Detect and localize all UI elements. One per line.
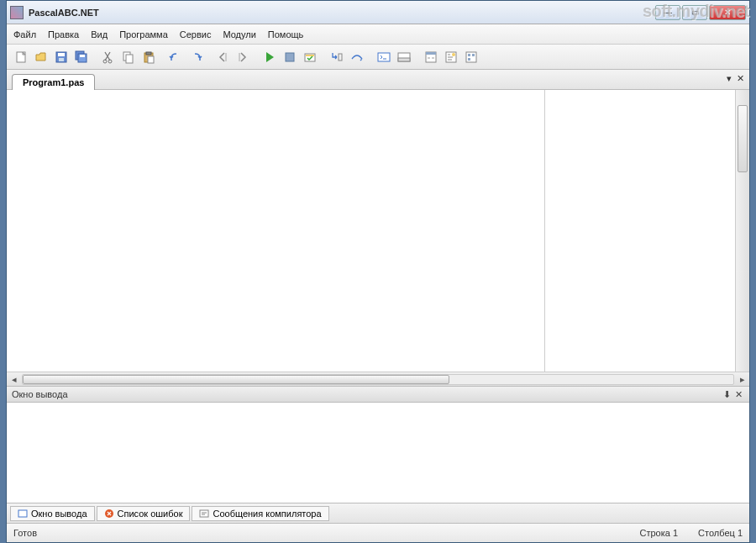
menu-view[interactable]: Вид: [91, 29, 108, 40]
close-output-icon[interactable]: ✕: [732, 389, 744, 400]
menu-file[interactable]: Файл: [13, 29, 36, 40]
minimize-button[interactable]: —: [655, 5, 680, 20]
svg-rect-31: [472, 54, 475, 56]
undo-button[interactable]: [166, 48, 185, 66]
status-line: Строка 1: [639, 528, 678, 538]
window-title: PascalABC.NET: [29, 8, 654, 18]
output-tab-icon: [18, 509, 28, 519]
object-browser-button[interactable]: [462, 48, 480, 66]
svg-rect-22: [398, 58, 410, 61]
bottom-tab-errors[interactable]: Список ошибок: [97, 506, 191, 521]
editor-vertical-scrollbar[interactable]: [735, 90, 749, 372]
hscroll-left-arrow[interactable]: ◂: [7, 373, 21, 386]
svg-rect-26: [432, 57, 434, 59]
errors-tab-icon: [104, 509, 114, 519]
svg-rect-35: [200, 510, 208, 517]
menu-service[interactable]: Сервис: [180, 29, 212, 40]
svg-rect-20: [378, 53, 390, 61]
svg-rect-2: [58, 53, 65, 56]
stop-button[interactable]: [281, 48, 299, 66]
app-window: PascalABC.NET — ▭ ✕ Файл Правка Вид Прог…: [6, 0, 750, 543]
save-button[interactable]: [52, 48, 71, 66]
svg-rect-10: [126, 55, 133, 63]
bottom-tab-output[interactable]: Окно вывода: [10, 506, 95, 521]
redo-button[interactable]: [186, 48, 205, 66]
form-designer-button[interactable]: [422, 48, 440, 66]
svg-rect-25: [428, 57, 430, 59]
nav-forward-button[interactable]: [234, 48, 252, 66]
menu-help[interactable]: Помощь: [268, 29, 304, 40]
vscroll-thumb[interactable]: [738, 105, 748, 172]
editor-tab-current[interactable]: Program1.pas: [12, 74, 95, 90]
code-editor[interactable]: [7, 90, 735, 372]
output-panel-header: Окно вывода ⬇ ✕: [7, 386, 749, 403]
output-panel-body[interactable]: [7, 403, 749, 503]
svg-rect-3: [59, 58, 64, 61]
new-file-button[interactable]: [12, 48, 30, 66]
toggle-panel-button[interactable]: [395, 48, 413, 66]
window-controls: — ▭ ✕: [654, 5, 746, 20]
editor-horizontal-scrollbar[interactable]: ◂ ▸: [7, 372, 749, 386]
compile-button[interactable]: [301, 48, 319, 66]
svg-rect-19: [339, 54, 342, 61]
run-button[interactable]: [260, 48, 279, 66]
titlebar: PascalABC.NET — ▭ ✕: [7, 1, 749, 24]
copy-button[interactable]: [119, 48, 138, 66]
svg-rect-15: [239, 53, 240, 61]
menu-modules[interactable]: Модули: [223, 29, 255, 40]
svg-rect-12: [146, 52, 151, 55]
save-all-button[interactable]: [72, 48, 91, 66]
step-into-button[interactable]: [328, 48, 346, 66]
pin-icon[interactable]: ⬇: [721, 389, 732, 400]
bottom-tab-compiler[interactable]: Сообщения компилятора: [192, 506, 328, 521]
editor-margin-ruler: [544, 90, 545, 372]
statusbar: Готов Строка 1 Столбец 1: [7, 524, 749, 542]
class-browser-button[interactable]: [442, 48, 460, 66]
close-button[interactable]: ✕: [709, 5, 746, 20]
open-file-button[interactable]: [32, 48, 50, 66]
svg-point-28: [452, 53, 455, 56]
toggle-output-button[interactable]: [375, 48, 393, 66]
maximize-button[interactable]: ▭: [682, 5, 707, 20]
app-icon: [10, 6, 24, 19]
svg-rect-18: [306, 55, 314, 56]
tab-dropdown-icon[interactable]: ▾: [727, 73, 732, 84]
svg-rect-14: [225, 53, 227, 61]
svg-rect-24: [426, 52, 436, 55]
hscroll-right-arrow[interactable]: ▸: [735, 373, 749, 386]
svg-rect-16: [286, 53, 294, 61]
toolbar: [7, 45, 749, 70]
bottom-tab-output-label: Окно вывода: [31, 509, 87, 519]
svg-rect-29: [466, 52, 476, 62]
menu-edit[interactable]: Правка: [48, 29, 79, 40]
hscroll-thumb[interactable]: [23, 375, 449, 384]
paste-button[interactable]: [139, 48, 158, 66]
status-ready: Готов: [13, 528, 37, 538]
menu-program[interactable]: Программа: [119, 29, 168, 40]
tab-close-icon[interactable]: ✕: [737, 73, 744, 84]
svg-rect-13: [148, 56, 154, 63]
step-over-button[interactable]: [348, 48, 366, 66]
editor-area: [7, 90, 749, 372]
status-column: Столбец 1: [698, 528, 743, 538]
nav-back-button[interactable]: [213, 48, 232, 66]
svg-rect-33: [18, 510, 27, 517]
svg-rect-32: [468, 58, 470, 61]
editor-tabstrip: Program1.pas ▾ ✕: [7, 70, 749, 90]
svg-rect-6: [80, 55, 85, 57]
cut-button[interactable]: [99, 48, 118, 66]
compiler-tab-icon: [199, 509, 209, 519]
bottom-tabstrip: Окно вывода Список ошибок Сообщения комп…: [7, 503, 749, 524]
svg-rect-30: [468, 54, 470, 56]
menubar: Файл Правка Вид Программа Сервис Модули …: [7, 24, 749, 45]
output-panel-title: Окно вывода: [12, 389, 68, 399]
bottom-tab-errors-label: Список ошибок: [118, 509, 183, 519]
bottom-tab-compiler-label: Сообщения компилятора: [213, 509, 321, 519]
